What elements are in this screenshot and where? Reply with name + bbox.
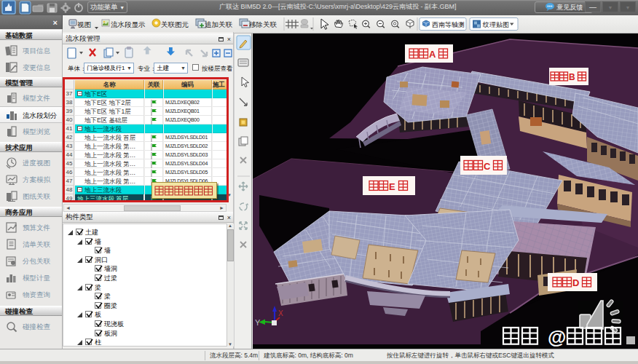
- svg-text:A: A: [429, 49, 436, 60]
- svg-text:纹理贴图: 纹理贴图: [482, 21, 509, 28]
- svg-text:X: X: [278, 309, 283, 317]
- svg-text:西南等轴测: 西南等轴测: [432, 21, 465, 28]
- svg-text:Y: Y: [255, 318, 261, 327]
- svg-text:@: @: [548, 326, 566, 348]
- svg-text:E: E: [389, 181, 395, 192]
- svg-text:B: B: [569, 72, 575, 82]
- svg-text:D: D: [572, 277, 579, 288]
- svg-text:C: C: [484, 161, 491, 172]
